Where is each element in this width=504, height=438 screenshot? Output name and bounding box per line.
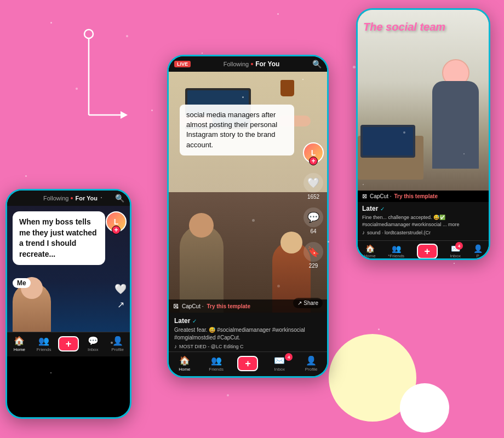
phone-center: LIVE Following For You 🔍 xyxy=(167,55,329,378)
center-inbox-badge: 4 xyxy=(285,353,293,361)
inbox-icon: 💬 xyxy=(88,336,99,346)
center-nav-friends[interactable]: 👥 Friends xyxy=(205,355,227,372)
right-nav-profile[interactable]: 👤 P xyxy=(473,244,483,258)
share-icon: ↗ xyxy=(297,300,302,306)
right-verified-icon: ✓ xyxy=(380,206,385,212)
right-creator-line: Later ✓ xyxy=(362,205,484,212)
center-bookmark-button[interactable]: 🔖 229 xyxy=(303,242,323,269)
left-video-area: Me When my boss tells me they just watch… xyxy=(7,206,130,332)
add-button-left[interactable]: + xyxy=(58,336,79,351)
right-creator-name[interactable]: Later xyxy=(362,205,378,212)
capcut-icon: ⊠ xyxy=(173,302,179,310)
center-add-button[interactable]: + xyxy=(237,356,258,371)
left-phone-topbar: Following For You 🔍 xyxy=(7,191,130,206)
left-nav-friends[interactable]: 👥 Friends xyxy=(33,336,55,352)
center-nav-home[interactable]: 🏠 Home xyxy=(174,355,196,372)
left-nav-dot xyxy=(71,197,73,199)
center-profile-icon: 👤 xyxy=(306,355,317,366)
center-nav-profile[interactable]: 👤 Profile xyxy=(300,355,322,372)
right-music-note-icon: ♪ xyxy=(362,229,365,235)
live-badge[interactable]: LIVE xyxy=(174,61,191,67)
center-video-overlay-text: social media managers after almost posti… xyxy=(180,105,294,155)
phone-right: The social team ⊠ CapCut · Try this temp… xyxy=(356,8,490,260)
right-nav-add[interactable]: + xyxy=(417,244,438,259)
center-search-icon[interactable]: 🔍 xyxy=(312,60,322,68)
capcut-banner-text: CapCut · xyxy=(182,303,203,309)
comment-icon: 💬 xyxy=(303,208,323,227)
right-add-button[interactable]: + xyxy=(417,244,438,259)
center-nav-dot xyxy=(251,63,253,65)
left-bottom-nav: 🏠 Home 👥 Friends + 💬 Inbox 👤 Profile xyxy=(7,332,130,356)
like-icon: 🤍 xyxy=(303,173,323,193)
left-speech-bubble-container: When my boss tells me they just watched … xyxy=(13,211,105,265)
right-capcut-text: CapCut · xyxy=(370,193,391,199)
home-icon: 🏠 xyxy=(14,336,25,346)
left-nav-home[interactable]: 🏠 Home xyxy=(8,336,30,352)
center-nav-tabs: Following For You xyxy=(224,60,280,68)
center-verified-icon: ✓ xyxy=(192,318,197,324)
center-action-buttons: L + 🤍 1652 💬 64 🔖 229 xyxy=(303,142,324,269)
person-2-head xyxy=(280,232,302,253)
center-creator-name[interactable]: Later xyxy=(174,317,190,325)
right-capcut-icon: ⊠ xyxy=(362,193,367,200)
center-video-area: social media managers after almost posti… xyxy=(169,72,327,313)
left-share-icon[interactable]: ↗ xyxy=(117,299,124,310)
left-nav-profile[interactable]: 👤 Profile xyxy=(107,336,129,352)
right-capcut-link[interactable]: Try this template xyxy=(394,193,437,199)
left-following-tab[interactable]: Following xyxy=(43,195,68,201)
center-foryou-tab[interactable]: For You xyxy=(255,60,279,68)
right-music-title: sound · lordtcasterstrudel.(Cr xyxy=(367,230,431,235)
center-music-line: ♪ MOST DIED - @LC Editing C xyxy=(174,343,322,349)
profile-icon: 👤 xyxy=(112,336,123,346)
right-home-icon: 🏠 xyxy=(365,244,375,253)
center-comment-button[interactable]: 💬 64 xyxy=(303,208,323,234)
right-laptop xyxy=(360,125,415,158)
right-friends-icon: 👥 xyxy=(392,244,401,253)
center-share-button[interactable]: ↗ Share xyxy=(293,298,323,308)
me-label: Me xyxy=(13,278,31,288)
right-laptop-screen xyxy=(363,127,413,155)
right-nav-inbox[interactable]: ✉️ Inbox 4 xyxy=(450,244,461,258)
right-nav-friends[interactable]: 👥 *Friends xyxy=(388,244,404,258)
capcut-link[interactable]: Try this template xyxy=(207,303,250,309)
center-like-button[interactable]: 🤍 1652 xyxy=(303,173,323,200)
phone-left: Following For You 🔍 Me When my boss tell… xyxy=(5,189,131,419)
center-video-caption: Greatest fear. 😅 #socialmediamanager #wo… xyxy=(174,326,322,342)
left-person-silhouette xyxy=(13,283,51,332)
left-nav-add[interactable]: + xyxy=(58,336,79,351)
right-video-title: The social team xyxy=(363,21,483,33)
center-nav-inbox[interactable]: ✉️ Inbox 4 xyxy=(268,355,290,372)
center-music-title: MOST DIED - @LC Editing C xyxy=(179,344,244,349)
center-bottom-nav: 🏠 Home 👥 Friends + ✉️ Inbox 4 👤 Profile xyxy=(169,351,327,376)
left-plus-badge: + xyxy=(112,226,121,234)
left-foryou-tab[interactable]: For You xyxy=(75,195,98,201)
svg-point-0 xyxy=(84,30,93,38)
center-avatar-plus[interactable]: L + xyxy=(303,142,324,163)
right-capcut-banner[interactable]: ⊠ CapCut · Try this template xyxy=(358,191,489,202)
arrow-decoration xyxy=(77,27,131,150)
right-video-area: The social team xyxy=(358,10,489,191)
right-person xyxy=(431,59,480,180)
center-friends-icon: 👥 xyxy=(211,355,222,366)
center-home-icon: 🏠 xyxy=(179,355,190,366)
svg-marker-3 xyxy=(121,111,128,119)
left-search-icon[interactable]: 🔍 xyxy=(115,194,124,203)
center-following-tab[interactable]: Following xyxy=(224,61,249,67)
person-1-head xyxy=(189,213,214,238)
right-video-info: Later ✓ Fine then... challenge accepted.… xyxy=(358,202,489,240)
right-profile-icon: 👤 xyxy=(473,244,483,253)
bookmark-icon: 🔖 xyxy=(303,242,323,262)
center-nav-add[interactable]: + xyxy=(237,356,259,371)
center-video-info: Later ✓ Greatest fear. 😅 #socialmediaman… xyxy=(169,313,327,351)
right-nav-home[interactable]: 🏠 Home xyxy=(364,244,375,258)
friends-icon: 👥 xyxy=(38,336,49,346)
left-nav-inbox[interactable]: 💬 Inbox xyxy=(82,336,104,352)
decorative-circle-small xyxy=(400,383,449,433)
right-bottom-nav: 🏠 Home 👥 *Friends + ✉️ Inbox 4 👤 P xyxy=(358,240,489,260)
left-like-icon[interactable]: 🤍 xyxy=(114,283,127,295)
center-plus-badge: + xyxy=(309,157,318,165)
center-creator-line: Later ✓ xyxy=(174,317,322,325)
center-inbox-icon: ✉️ xyxy=(274,355,285,366)
left-avatar-plus[interactable]: L + xyxy=(106,211,127,232)
right-inbox-badge: 4 xyxy=(455,242,463,250)
